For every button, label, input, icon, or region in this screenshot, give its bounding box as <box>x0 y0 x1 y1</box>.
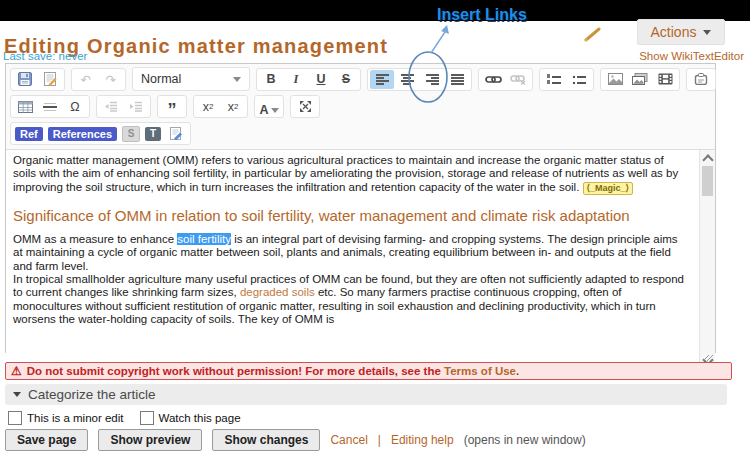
scrollbar-thumb[interactable] <box>702 166 713 196</box>
chevron-down-icon <box>233 77 241 82</box>
template-icon[interactable] <box>689 70 713 89</box>
paragraph-format-value: Normal <box>141 72 181 86</box>
watch-page-label: Watch this page <box>159 412 241 424</box>
warning-icon: ⚠ <box>11 365 22 377</box>
insert-links-annotation-label: Insert Links <box>437 6 527 24</box>
paragraph: Organic matter management (OMM) refers t… <box>13 154 689 195</box>
undo-icon[interactable]: ↶ <box>74 70 98 89</box>
help-suffix: (opens in new window) <box>464 433 586 447</box>
text-color-button[interactable]: A <box>257 97 281 116</box>
section-heading: Significance of OMM in relation to soil … <box>13 206 689 226</box>
save-page-button[interactable]: Save page <box>5 429 88 451</box>
paragraph: In tropical smallholder agriculture many… <box>13 273 689 327</box>
unordered-list-icon[interactable] <box>567 70 591 89</box>
minor-edit-label: This is a minor edit <box>27 412 124 424</box>
video-icon[interactable] <box>653 70 677 89</box>
horizontal-rule-icon[interactable] <box>38 97 62 116</box>
last-save-status: Last save: never <box>3 50 87 62</box>
ordered-list-icon[interactable] <box>542 70 566 89</box>
actions-button[interactable]: Actions <box>637 19 725 45</box>
link-icon[interactable] <box>481 70 505 89</box>
edit-pencil-icon[interactable] <box>584 26 604 46</box>
toolbar-row-1: ↶ ↷ Normal B I U S <box>7 65 714 93</box>
editor-toolbar: ↶ ↷ Normal B I U S <box>6 64 715 150</box>
show-changes-button[interactable]: Show changes <box>212 429 320 451</box>
warning-text: Do not submit copyright work without per… <box>27 365 519 377</box>
maximize-icon[interactable] <box>293 97 317 116</box>
chevron-down-icon <box>703 30 711 35</box>
terms-of-use-link[interactable]: Terms of Use <box>444 365 516 377</box>
editing-help-link[interactable]: Editing help <box>391 433 454 447</box>
redo-icon[interactable]: ↷ <box>99 70 123 89</box>
minor-edit-checkbox[interactable] <box>8 411 22 425</box>
align-left-icon[interactable] <box>370 70 394 89</box>
categorize-label: Categorize the article <box>28 387 156 402</box>
footer-actions: Save page Show preview Show changes Canc… <box>5 429 586 451</box>
top-black-bar <box>0 0 750 21</box>
actions-button-label: Actions <box>651 24 697 40</box>
copyright-warning-banner: ⚠ Do not submit copyright work without p… <box>5 362 732 380</box>
scroll-up-icon[interactable] <box>702 154 713 165</box>
paragraph: OMM as a measure to enhance soil fertili… <box>13 233 689 273</box>
wysiwyg-editor: ↶ ↷ Normal B I U S <box>5 63 716 353</box>
edit-reference-icon[interactable] <box>164 124 188 143</box>
degraded-soils-link[interactable]: degraded soils <box>240 286 315 298</box>
preview-icon[interactable] <box>38 70 62 89</box>
toolbar-row-3: Ref References S T <box>7 120 714 147</box>
categorize-article-toggle[interactable]: Categorize the article <box>5 384 727 405</box>
indent-icon[interactable] <box>124 97 148 116</box>
show-preview-button[interactable]: Show preview <box>98 429 202 451</box>
strikethrough-button[interactable]: S <box>334 70 358 89</box>
selected-text: soil fertility <box>177 233 231 245</box>
italic-button[interactable]: I <box>284 70 308 89</box>
edit-options-row: This is a minor edit Watch this page <box>8 411 241 425</box>
table-icon[interactable] <box>13 97 37 116</box>
subscript-button[interactable]: x2 <box>196 97 220 116</box>
align-right-icon[interactable] <box>420 70 444 89</box>
gallery-icon[interactable] <box>628 70 652 89</box>
editor-content-area[interactable]: Organic matter management (OMM) refers t… <box>6 150 715 371</box>
align-center-icon[interactable] <box>395 70 419 89</box>
references-button[interactable]: References <box>48 127 117 141</box>
watch-page-option: Watch this page <box>140 411 241 425</box>
align-justify-icon[interactable] <box>445 70 469 89</box>
special-character-button[interactable]: Ω <box>63 97 87 116</box>
footer-separator: | <box>378 433 381 447</box>
paragraph-format-dropdown[interactable]: Normal <box>135 69 247 89</box>
show-wikitexteditor-link[interactable]: Show WikiTextEditor <box>639 50 744 62</box>
s-button[interactable]: S <box>122 126 140 142</box>
superscript-button[interactable]: x2 <box>221 97 245 116</box>
unlink-icon[interactable] <box>506 70 530 89</box>
watch-page-checkbox[interactable] <box>140 411 154 425</box>
chevron-down-icon <box>271 108 279 113</box>
cancel-link[interactable]: Cancel <box>330 433 367 447</box>
triangle-down-icon <box>13 392 21 397</box>
underline-button[interactable]: U <box>309 70 333 89</box>
toolbar-row-2: Ω ” x2 x2 A <box>7 93 714 120</box>
ref-button[interactable]: Ref <box>15 127 43 141</box>
save-icon[interactable] <box>13 70 37 89</box>
t-button[interactable]: T <box>145 127 161 141</box>
editor-scrollbar[interactable] <box>699 150 715 371</box>
outdent-icon[interactable] <box>99 97 123 116</box>
image-icon[interactable] <box>603 70 627 89</box>
bold-button[interactable]: B <box>259 70 283 89</box>
blockquote-button[interactable]: ” <box>160 97 184 116</box>
magic-word-tag[interactable]: ⟨_Magic_⟩ <box>583 182 634 195</box>
article-body: Organic matter management (OMM) refers t… <box>6 150 715 327</box>
minor-edit-option: This is a minor edit <box>8 411 124 425</box>
